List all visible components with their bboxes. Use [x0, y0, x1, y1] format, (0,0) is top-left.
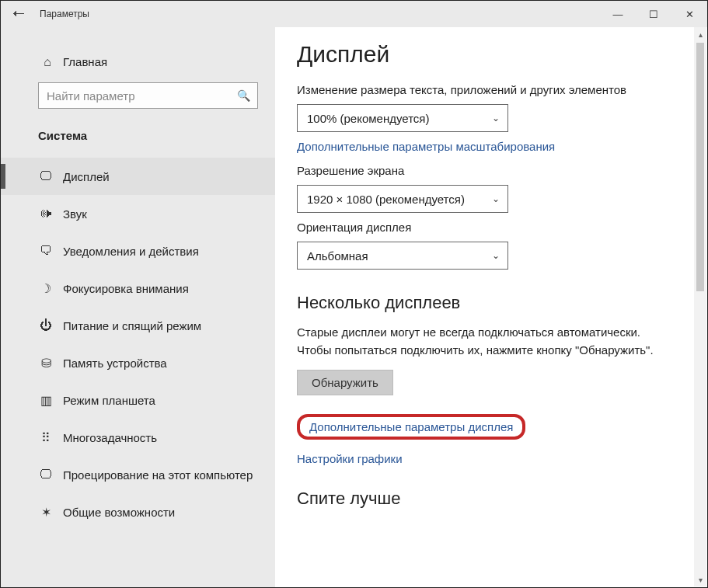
close-icon: ✕: [685, 9, 694, 20]
sleep-better-heading: Спите лучше: [297, 489, 685, 509]
back-button[interactable]: 🠐: [1, 1, 37, 27]
resolution-combo-value: 1920 × 1080 (рекомендуется): [307, 193, 465, 206]
window-body: ⌂ Главная 🔍 Система 🖵Дисплей🕪Звук🗨Уведом…: [1, 27, 707, 587]
orientation-combo[interactable]: Альбомная ⌄: [297, 242, 508, 270]
scale-combo-value: 100% (рекомендуется): [307, 112, 429, 125]
detect-button[interactable]: Обнаружить: [297, 370, 393, 395]
sidebar-item-1[interactable]: 🕪Звук: [1, 195, 275, 232]
search-icon: 🔍: [235, 89, 251, 102]
resolution-combo[interactable]: 1920 × 1080 (рекомендуется) ⌄: [297, 185, 508, 213]
advanced-display-settings-link[interactable]: Дополнительные параметры дисплея: [309, 420, 513, 433]
display-icon: 🖵: [38, 169, 54, 184]
search-input[interactable]: [47, 89, 235, 103]
sidebar-item-0[interactable]: 🖵Дисплей: [1, 158, 275, 195]
chevron-down-icon: ⌄: [492, 193, 500, 204]
sidebar-item-label: Дисплей: [63, 170, 110, 183]
resolution-label: Разрешение экрана: [297, 164, 685, 177]
focus-assist-icon: ☽: [38, 280, 54, 296]
content-area: Дисплей Изменение размера текста, прилож…: [275, 27, 707, 587]
projecting-icon: 🖵: [38, 467, 54, 482]
sidebar-item-label: Память устройства: [63, 357, 167, 370]
sidebar-item-label: Проецирование на этот компьютер: [63, 468, 253, 482]
sidebar-item-4[interactable]: ⏻Питание и спящий режим: [1, 307, 275, 344]
search-wrap: 🔍: [1, 76, 275, 115]
sidebar-item-label: Уведомления и действия: [63, 245, 199, 258]
scroll-up-button[interactable]: ▴: [694, 27, 706, 41]
sidebar-item-8[interactable]: 🖵Проецирование на этот компьютер: [1, 456, 275, 493]
graphics-settings-link[interactable]: Настройки графики: [297, 452, 685, 465]
maximize-icon: ☐: [649, 9, 658, 20]
power-sleep-icon: ⏻: [38, 318, 54, 333]
sidebar-home[interactable]: ⌂ Главная: [1, 47, 275, 76]
sidebar-item-label: Режим планшета: [63, 394, 155, 407]
chevron-down-icon: ⌄: [492, 113, 500, 124]
sidebar-item-3[interactable]: ☽Фокусировка внимания: [1, 270, 275, 307]
multi-displays-heading: Несколько дисплеев: [297, 293, 685, 313]
sidebar-item-9[interactable]: ✶Общие возможности: [1, 493, 275, 531]
sidebar-category: Система: [1, 115, 275, 148]
titlebar: 🠐 Параметры — ☐ ✕: [1, 1, 707, 27]
sidebar: ⌂ Главная 🔍 Система 🖵Дисплей🕪Звук🗨Уведом…: [1, 27, 275, 587]
sidebar-item-label: Звук: [63, 207, 87, 221]
vertical-scrollbar[interactable]: ▴ ▾: [694, 27, 706, 586]
page-heading: Дисплей: [297, 41, 685, 68]
chevron-down-icon: ⌄: [492, 250, 500, 261]
sidebar-nav: 🖵Дисплей🕪Звук🗨Уведомления и действия☽Фок…: [1, 158, 275, 531]
storage-icon: ⛁: [38, 355, 54, 371]
orientation-combo-value: Альбомная: [307, 249, 368, 263]
highlight-annotation: Дополнительные параметры дисплея: [297, 414, 525, 440]
sidebar-item-label: Питание и спящий режим: [63, 319, 201, 332]
multitasking-icon: ⠿: [38, 430, 54, 445]
orientation-label: Ориентация дисплея: [297, 221, 685, 234]
sidebar-item-6[interactable]: ▥Режим планшета: [1, 381, 275, 419]
minimize-button[interactable]: —: [600, 1, 636, 27]
multi-displays-description: Старые дисплеи могут не всегда подключат…: [297, 324, 654, 359]
shared-experiences-icon: ✶: [38, 504, 54, 520]
sidebar-item-label: Общие возможности: [63, 506, 175, 519]
sidebar-item-2[interactable]: 🗨Уведомления и действия: [1, 232, 275, 270]
sidebar-item-7[interactable]: ⠿Многозадачность: [1, 419, 275, 456]
scale-label: Изменение размера текста, приложений и д…: [297, 83, 685, 96]
close-button[interactable]: ✕: [671, 1, 707, 27]
tablet-mode-icon: ▥: [38, 392, 54, 408]
home-icon: ⌂: [40, 54, 55, 70]
advanced-scaling-link[interactable]: Дополнительные параметры масштабирования: [297, 140, 685, 153]
sound-icon: 🕪: [38, 206, 54, 221]
sidebar-item-label: Многозадачность: [63, 431, 157, 444]
notifications-icon: 🗨: [38, 243, 54, 259]
window-controls: — ☐ ✕: [600, 1, 707, 27]
scroll-thumb[interactable]: [696, 43, 704, 291]
scale-combo[interactable]: 100% (рекомендуется) ⌄: [297, 104, 508, 132]
minimize-icon: —: [613, 9, 623, 20]
maximize-button[interactable]: ☐: [636, 1, 671, 27]
scroll-down-button[interactable]: ▾: [694, 572, 706, 586]
search-box[interactable]: 🔍: [38, 82, 258, 109]
window-title: Параметры: [37, 9, 89, 19]
sidebar-item-5[interactable]: ⛁Память устройства: [1, 344, 275, 381]
arrow-left-icon: 🠐: [12, 7, 25, 21]
sidebar-item-label: Фокусировка внимания: [63, 282, 189, 295]
settings-window: 🠐 Параметры — ☐ ✕ ⌂ Главная 🔍 Система 🖵Д…: [0, 0, 708, 588]
